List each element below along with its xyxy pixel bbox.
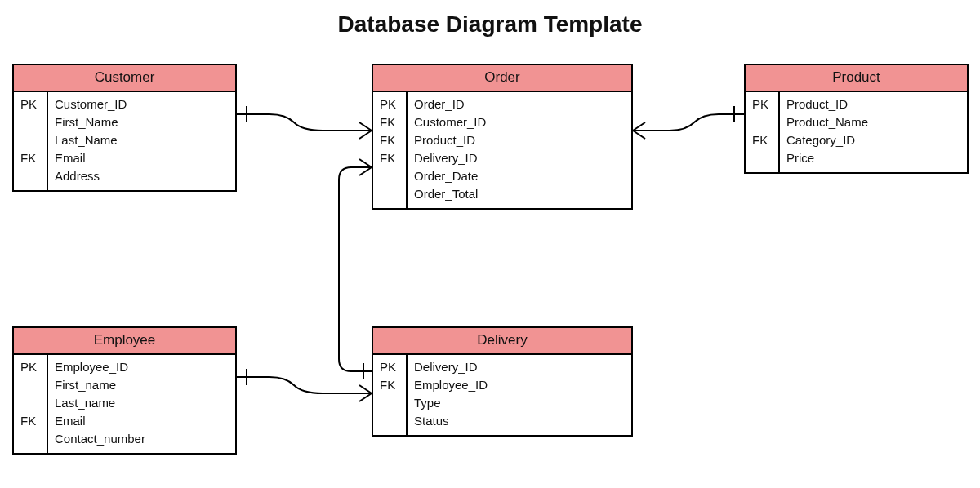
- entity-customer: Customer PK FK Customer_ID First_Name La…: [12, 64, 237, 192]
- key-cell: FK: [14, 412, 47, 430]
- svg-line-6: [633, 131, 645, 139]
- key-cell: FK: [373, 376, 406, 394]
- entity-customer-keys: PK FK: [14, 92, 48, 190]
- key-cell: [373, 167, 406, 185]
- field-cell: Employee_ID: [408, 376, 631, 394]
- field-cell: Type: [408, 394, 631, 412]
- field-cell: Customer_ID: [48, 95, 235, 113]
- entity-product: Product PK FK Product_ID Product_Name Ca…: [744, 64, 969, 174]
- entity-order-fields: Order_ID Customer_ID Product_ID Delivery…: [408, 92, 631, 208]
- field-cell: Order_Date: [408, 167, 631, 185]
- entity-delivery-fields: Delivery_ID Employee_ID Type Status: [408, 355, 631, 435]
- svg-line-13: [359, 385, 372, 393]
- entity-employee: Employee PK FK Employee_ID First_name La…: [12, 326, 237, 455]
- entity-employee-header: Employee: [14, 328, 235, 355]
- field-cell: Last_Name: [48, 131, 235, 149]
- key-cell: FK: [14, 149, 47, 167]
- key-cell: [14, 113, 47, 131]
- diagram-page: Database Diagram Template Customer PK FK…: [0, 0, 980, 488]
- entity-delivery-keys: PK FK: [373, 355, 408, 435]
- rel-customer-order: [237, 106, 372, 139]
- field-cell: Delivery_ID: [408, 358, 631, 376]
- entity-employee-keys: PK FK: [14, 355, 48, 453]
- key-cell: [14, 430, 47, 448]
- entity-product-keys: PK FK: [746, 92, 780, 172]
- field-cell: Product_ID: [408, 131, 631, 149]
- field-cell: Price: [780, 149, 967, 167]
- field-cell: Contact_number: [48, 430, 235, 448]
- entity-delivery-header: Delivery: [373, 328, 631, 355]
- key-cell: FK: [373, 113, 406, 131]
- key-cell: [373, 394, 406, 412]
- key-cell: PK: [746, 95, 778, 113]
- diagram-title: Database Diagram Template: [0, 11, 980, 38]
- field-cell: First_name: [48, 376, 235, 394]
- key-cell: PK: [373, 358, 406, 376]
- entity-order-header: Order: [373, 65, 631, 92]
- entity-customer-fields: Customer_ID First_Name Last_Name Email A…: [48, 92, 235, 190]
- key-cell: PK: [14, 358, 47, 376]
- key-cell: FK: [746, 131, 778, 149]
- rel-employee-delivery: [237, 369, 372, 401]
- key-cell: [14, 131, 47, 149]
- key-cell: [14, 167, 47, 185]
- field-cell: Status: [408, 412, 631, 430]
- key-cell: [14, 376, 47, 394]
- rel-delivery-order: [339, 159, 372, 379]
- svg-line-9: [359, 159, 372, 167]
- svg-line-4: [633, 122, 645, 131]
- key-cell: PK: [373, 95, 406, 113]
- svg-line-1: [359, 122, 372, 131]
- key-cell: [14, 394, 47, 412]
- entity-order-keys: PK FK FK FK: [373, 92, 408, 208]
- key-cell: PK: [14, 95, 47, 113]
- key-cell: FK: [373, 149, 406, 167]
- field-cell: Delivery_ID: [408, 149, 631, 167]
- entity-customer-header: Customer: [14, 65, 235, 92]
- svg-line-3: [359, 131, 372, 139]
- entity-order: Order PK FK FK FK Order_ID Customer_ID P…: [372, 64, 633, 210]
- entity-delivery: Delivery PK FK Delivery_ID Employee_ID T…: [372, 326, 633, 437]
- rel-order-product: [633, 106, 744, 139]
- svg-line-11: [359, 167, 372, 175]
- svg-line-15: [359, 393, 372, 401]
- entity-employee-fields: Employee_ID First_name Last_name Email C…: [48, 355, 235, 453]
- entity-product-header: Product: [746, 65, 967, 92]
- field-cell: Email: [48, 412, 235, 430]
- field-cell: Email: [48, 149, 235, 167]
- field-cell: Last_name: [48, 394, 235, 412]
- field-cell: First_Name: [48, 113, 235, 131]
- key-cell: [746, 149, 778, 167]
- key-cell: FK: [373, 131, 406, 149]
- field-cell: Product_Name: [780, 113, 967, 131]
- key-cell: [746, 113, 778, 131]
- field-cell: Product_ID: [780, 95, 967, 113]
- field-cell: Address: [48, 167, 235, 185]
- key-cell: [373, 185, 406, 203]
- field-cell: Customer_ID: [408, 113, 631, 131]
- key-cell: [373, 412, 406, 430]
- field-cell: Category_ID: [780, 131, 967, 149]
- field-cell: Order_ID: [408, 95, 631, 113]
- entity-product-fields: Product_ID Product_Name Category_ID Pric…: [780, 92, 967, 172]
- field-cell: Employee_ID: [48, 358, 235, 376]
- field-cell: Order_Total: [408, 185, 631, 203]
